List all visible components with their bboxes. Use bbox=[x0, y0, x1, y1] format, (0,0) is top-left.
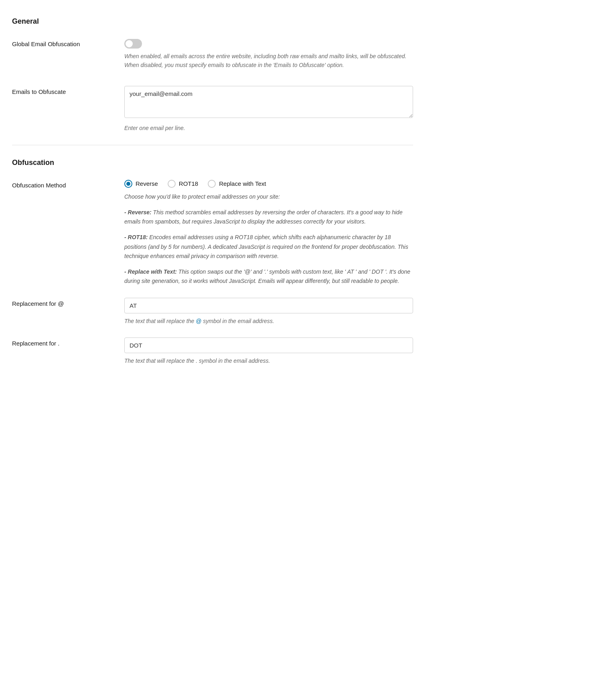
replacement-dot-control: The text that will replace the . symbol … bbox=[124, 337, 413, 365]
obfuscation-method-control: Reverse ROT18 Replace with Text Choose h… bbox=[124, 179, 413, 286]
radio-option-reverse[interactable]: Reverse bbox=[124, 179, 158, 189]
radio-group-obfuscation: Reverse ROT18 Replace with Text bbox=[124, 179, 413, 189]
radio-replace-text-label: Replace with Text bbox=[219, 179, 266, 189]
reverse-label: - Reverse: bbox=[124, 209, 152, 215]
replacement-dot-hint: The text that will replace the . symbol … bbox=[124, 356, 413, 365]
radio-rot18-label: ROT18 bbox=[179, 179, 198, 189]
emails-obfuscate-hint: Enter one email per line. bbox=[124, 124, 413, 132]
radio-replace-text[interactable] bbox=[208, 180, 216, 188]
reverse-text: This method scrambles email addresses by… bbox=[124, 209, 403, 225]
global-email-label: Global Email Obfuscation bbox=[12, 38, 124, 49]
method-description: Choose how you'd like to protect email a… bbox=[124, 192, 413, 286]
replacement-dot-label: Replacement for . bbox=[12, 337, 124, 348]
replace-label: - Replace with Text: bbox=[124, 268, 177, 275]
radio-option-replace-text[interactable]: Replace with Text bbox=[208, 179, 266, 189]
section-divider bbox=[12, 145, 413, 145]
reverse-description: - Reverse: This method scrambles email a… bbox=[124, 208, 413, 226]
replacement-at-hint: The text that will replace the @ symbol … bbox=[124, 317, 413, 325]
obfuscation-section-title: Obfuscation bbox=[12, 157, 413, 168]
obfuscation-method-label: Obfuscation Method bbox=[12, 179, 124, 190]
replacement-at-input[interactable] bbox=[124, 298, 413, 313]
radio-option-rot18[interactable]: ROT18 bbox=[168, 179, 198, 189]
choose-hint: Choose how you'd like to protect email a… bbox=[124, 192, 413, 201]
global-email-toggle[interactable] bbox=[124, 39, 142, 49]
emails-obfuscate-label: Emails to Obfuscate bbox=[12, 86, 124, 97]
replace-description: - Replace with Text: This option swaps o… bbox=[124, 267, 413, 286]
radio-rot18[interactable] bbox=[168, 180, 176, 188]
replacement-at-label: Replacement for @ bbox=[12, 298, 124, 309]
radio-reverse-label: Reverse bbox=[136, 179, 158, 189]
rot18-description: - ROT18: Encodes email addresses using a… bbox=[124, 233, 413, 260]
global-email-hint: When enabled, all emails across the enti… bbox=[124, 52, 413, 70]
radio-reverse[interactable] bbox=[124, 180, 132, 188]
replacement-dot-hint-after: symbol in the email address. bbox=[199, 358, 270, 364]
replacement-at-hint-before: The text that will replace the bbox=[124, 318, 194, 324]
replacement-at-hint-after: symbol in the email address. bbox=[203, 318, 274, 324]
replacement-dot-symbol: . bbox=[196, 358, 197, 364]
rot18-text: Encodes email addresses using a ROT18 ci… bbox=[124, 234, 408, 259]
global-email-control: When enabled, all emails across the enti… bbox=[124, 38, 413, 70]
replacement-dot-input[interactable] bbox=[124, 337, 413, 353]
replacement-dot-hint-before: The text that will replace the bbox=[124, 358, 194, 364]
replacement-at-symbol: @ bbox=[196, 318, 201, 324]
general-section-title: General bbox=[12, 16, 413, 27]
replacement-at-control: The text that will replace the @ symbol … bbox=[124, 298, 413, 325]
emails-obfuscate-textarea[interactable] bbox=[124, 86, 413, 118]
emails-obfuscate-control: Enter one email per line. bbox=[124, 86, 413, 133]
rot18-label: - ROT18: bbox=[124, 234, 148, 240]
toggle-slider bbox=[124, 39, 142, 49]
